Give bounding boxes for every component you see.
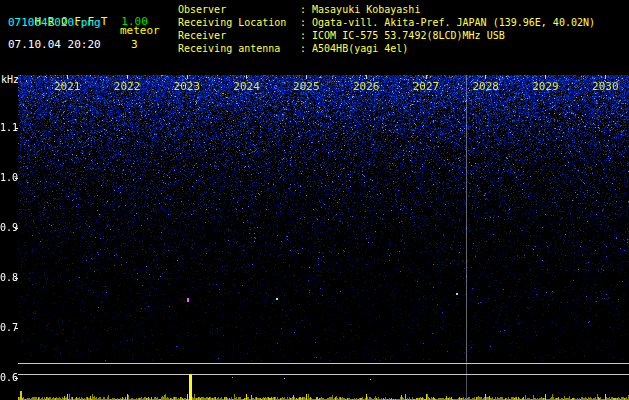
time-tick-label: 2028 [472, 80, 499, 93]
time-tick-mark [605, 75, 606, 79]
time-tick-mark [127, 75, 128, 79]
time-tick-label: 2026 [353, 80, 380, 93]
time-tick-label: 2024 [233, 80, 260, 93]
time-tick-mark [485, 75, 486, 79]
time-tick-label: 2025 [293, 80, 320, 93]
time-tick-label: 2030 [592, 80, 619, 93]
time-tick-label: 2029 [532, 80, 559, 93]
time-tick-mark [426, 75, 427, 79]
time-tick-mark [545, 75, 546, 79]
time-tick-mark [187, 75, 188, 79]
freq-tick-label: 1.1 [0, 122, 15, 134]
time-tick-label: 2027 [413, 80, 440, 93]
freq-tick-mark [15, 228, 18, 229]
freq-tick-mark [15, 328, 18, 329]
time-tick-label: 2023 [174, 80, 201, 93]
time-tick-label: 2021 [54, 80, 81, 93]
freq-tick-label: 1.0 [0, 172, 15, 184]
freq-tick-mark [15, 128, 18, 129]
freq-tick-label: 0.9 [0, 222, 15, 234]
time-tick-mark [246, 75, 247, 79]
time-tick-mark [306, 75, 307, 79]
hrofft-output-window: H R O F F T1.00 0710042020.png meteor 07… [0, 0, 629, 400]
freq-tick-label: 0.7 [0, 322, 15, 334]
freq-tick-mark [15, 378, 18, 379]
freq-tick-mark [15, 178, 18, 179]
freq-tick-label: 0.6 [0, 372, 15, 384]
time-tick-label: 2022 [114, 80, 141, 93]
freq-tick-label: 0.8 [0, 272, 15, 284]
time-tick-mark [67, 75, 68, 79]
time-tick-mark [366, 75, 367, 79]
axis-layer: 1.11.00.90.80.70.62021202220232024202520… [0, 0, 629, 400]
freq-tick-mark [15, 278, 18, 279]
